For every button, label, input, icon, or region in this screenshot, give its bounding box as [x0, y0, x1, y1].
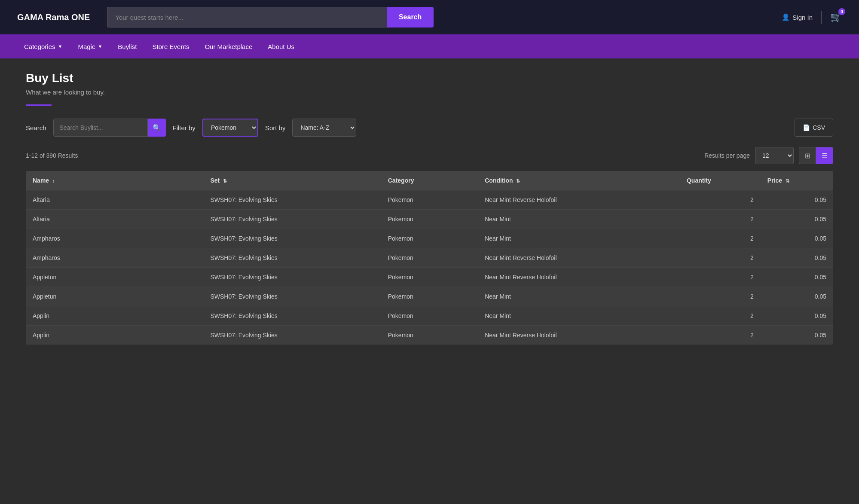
cell-price: 0.05 — [761, 326, 833, 345]
site-logo: GAMA Rama ONE — [17, 12, 90, 22]
site-header: GAMA Rama ONE Search 👤 Sign In 🛒 0 — [0, 0, 859, 34]
per-page-select[interactable]: 12 24 48 96 — [755, 147, 794, 164]
cell-price: 0.05 — [761, 229, 833, 248]
results-right: Results per page 12 24 48 96 ⊞ ☰ — [704, 147, 833, 164]
nav-store-events[interactable]: Store Events — [146, 40, 196, 54]
table-row: Appletun SWSH07: Evolving Skies Pokemon … — [26, 287, 833, 306]
sign-in-button[interactable]: 👤 Sign In — [782, 13, 813, 21]
col-header-set[interactable]: Set ⇅ — [203, 171, 381, 190]
table-header-row: Name ↑ Set ⇅ Category Condition ⇅ Quanti… — [26, 171, 833, 190]
results-bar: 1-12 of 390 Results Results per page 12 … — [26, 147, 833, 164]
cell-set: SWSH07: Evolving Skies — [203, 326, 381, 345]
nav-our-marketplace-label: Our Marketplace — [205, 43, 252, 50]
name-sort-icon: ↑ — [52, 178, 55, 183]
nav-magic[interactable]: Magic ▼ — [71, 40, 109, 54]
cell-condition: Near Mint — [478, 287, 680, 306]
filter-by-select[interactable]: Pokemon Magic Yu-Gi-Oh — [202, 119, 258, 137]
page-title: Buy List — [26, 71, 833, 85]
title-underline — [26, 104, 52, 106]
nav-buylist[interactable]: Buylist — [111, 40, 144, 54]
cell-set: SWSH07: Evolving Skies — [203, 268, 381, 287]
buylist-search-input[interactable] — [53, 119, 148, 137]
table-body: Altaria SWSH07: Evolving Skies Pokemon N… — [26, 190, 833, 345]
cell-category: Pokemon — [381, 326, 478, 345]
col-header-price[interactable]: Price ⇅ — [761, 171, 833, 190]
main-nav: Categories ▼ Magic ▼ Buylist Store Event… — [0, 34, 859, 58]
cell-category: Pokemon — [381, 287, 478, 306]
table-row: Appletun SWSH07: Evolving Skies Pokemon … — [26, 268, 833, 287]
csv-button[interactable]: 📄 CSV — [795, 119, 833, 137]
cell-condition: Near Mint Reverse Holofoil — [478, 268, 680, 287]
cell-category: Pokemon — [381, 210, 478, 229]
cell-name: Altaria — [26, 190, 203, 210]
cell-category: Pokemon — [381, 268, 478, 287]
sort-by-label: Sort by — [265, 124, 286, 131]
nav-our-marketplace[interactable]: Our Marketplace — [198, 40, 259, 54]
nav-about-us[interactable]: About Us — [261, 40, 301, 54]
cell-set: SWSH07: Evolving Skies — [203, 210, 381, 229]
cell-name: Altaria — [26, 210, 203, 229]
nav-magic-arrow: ▼ — [98, 44, 102, 49]
cell-condition: Near Mint — [478, 229, 680, 248]
cell-condition: Near Mint Reverse Holofoil — [478, 326, 680, 345]
nav-categories-label: Categories — [24, 43, 55, 50]
user-icon: 👤 — [782, 13, 790, 21]
table-row: Applin SWSH07: Evolving Skies Pokemon Ne… — [26, 326, 833, 345]
nav-magic-label: Magic — [78, 43, 95, 50]
cell-name: Appletun — [26, 268, 203, 287]
cell-set: SWSH07: Evolving Skies — [203, 229, 381, 248]
filter-bar: Search 🔍 Filter by Pokemon Magic Yu-Gi-O… — [26, 119, 833, 137]
cell-condition: Near Mint — [478, 306, 680, 326]
col-header-category: Category — [381, 171, 478, 190]
cell-name: Applin — [26, 326, 203, 345]
table-row: Ampharos SWSH07: Evolving Skies Pokemon … — [26, 229, 833, 248]
buylist-search-button[interactable]: 🔍 — [148, 119, 166, 137]
table-row: Ampharos SWSH07: Evolving Skies Pokemon … — [26, 248, 833, 268]
cell-category: Pokemon — [381, 229, 478, 248]
table-row: Altaria SWSH07: Evolving Skies Pokemon N… — [26, 190, 833, 210]
cell-condition: Near Mint Reverse Holofoil — [478, 190, 680, 210]
search-input[interactable] — [107, 7, 387, 27]
cell-quantity: 2 — [680, 248, 761, 268]
cell-name: Ampharos — [26, 229, 203, 248]
search-icon: 🔍 — [153, 124, 161, 132]
cell-category: Pokemon — [381, 248, 478, 268]
cart-badge: 0 — [838, 8, 845, 15]
cell-quantity: 2 — [680, 229, 761, 248]
nav-categories-arrow: ▼ — [58, 44, 63, 49]
cell-name: Appletun — [26, 287, 203, 306]
cell-quantity: 2 — [680, 190, 761, 210]
results-count: 1-12 of 390 Results — [26, 152, 78, 159]
cell-category: Pokemon — [381, 190, 478, 210]
col-header-condition[interactable]: Condition ⇅ — [478, 171, 680, 190]
table-header: Name ↑ Set ⇅ Category Condition ⇅ Quanti… — [26, 171, 833, 190]
cell-quantity: 2 — [680, 306, 761, 326]
list-view-button[interactable]: ☰ — [816, 147, 833, 164]
cart-button[interactable]: 🛒 0 — [830, 12, 842, 23]
search-bar: Search — [107, 7, 434, 27]
condition-sort-icon: ⇅ — [516, 178, 520, 183]
view-toggles: ⊞ ☰ — [799, 147, 833, 164]
csv-label: CSV — [813, 124, 825, 131]
cell-quantity: 2 — [680, 287, 761, 306]
list-view-icon: ☰ — [822, 152, 828, 160]
cell-price: 0.05 — [761, 268, 833, 287]
cell-price: 0.05 — [761, 210, 833, 229]
cell-set: SWSH07: Evolving Skies — [203, 287, 381, 306]
filter-by-label: Filter by — [173, 124, 196, 131]
grid-view-icon: ⊞ — [805, 152, 810, 160]
cell-set: SWSH07: Evolving Skies — [203, 306, 381, 326]
page-subtitle: What we are looking to buy. — [26, 89, 833, 96]
sort-by-select[interactable]: Name: A-Z Name: Z-A Price: Low-High Pric… — [292, 119, 356, 137]
cell-price: 0.05 — [761, 287, 833, 306]
grid-view-button[interactable]: ⊞ — [799, 147, 816, 164]
col-header-quantity: Quantity — [680, 171, 761, 190]
header-right: 👤 Sign In 🛒 0 — [782, 11, 842, 24]
nav-buylist-label: Buylist — [118, 43, 137, 50]
nav-categories[interactable]: Categories ▼ — [17, 40, 69, 54]
col-header-name[interactable]: Name ↑ — [26, 171, 203, 190]
cell-price: 0.05 — [761, 190, 833, 210]
table-row: Applin SWSH07: Evolving Skies Pokemon Ne… — [26, 306, 833, 326]
nav-about-us-label: About Us — [268, 43, 294, 50]
search-button[interactable]: Search — [387, 7, 434, 27]
